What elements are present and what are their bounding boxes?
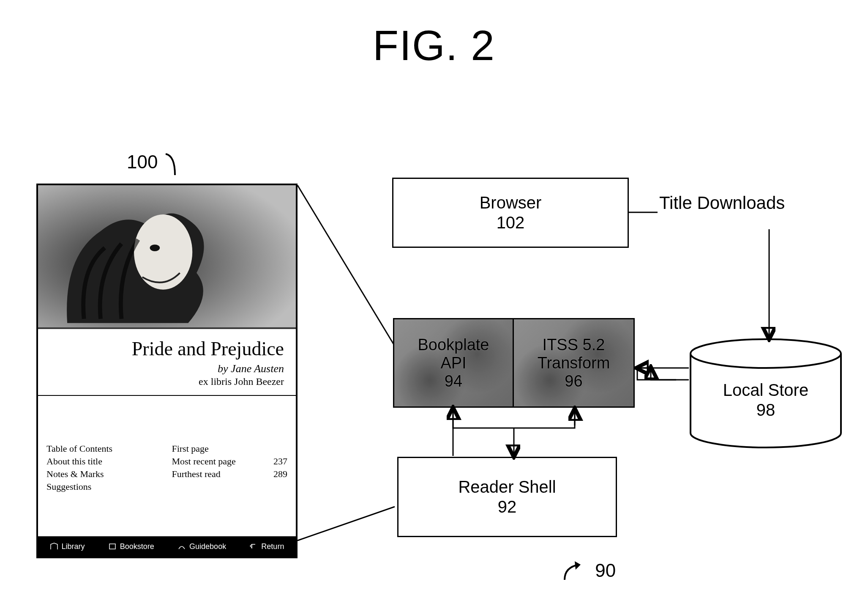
link-furthest-label: Furthest read bbox=[172, 469, 220, 480]
figure-2: FIG. 2 100 Pride bbox=[0, 0, 868, 590]
nav-library[interactable]: Library bbox=[50, 542, 85, 551]
guidebook-icon bbox=[177, 543, 186, 550]
svg-line-5 bbox=[298, 185, 395, 346]
bookplate-nav: Library Bookstore Guidebook Return bbox=[38, 536, 296, 557]
bookplate: Pride and Prejudice by Jane Austen ex li… bbox=[36, 184, 298, 558]
nav-bookstore-label: Bookstore bbox=[120, 542, 154, 551]
reader-shell-box: Reader Shell 92 bbox=[397, 457, 617, 537]
nav-guidebook[interactable]: Guidebook bbox=[177, 542, 226, 551]
link-most-recent-label: Most recent page bbox=[172, 456, 236, 467]
bookplate-api-ref: 94 bbox=[445, 372, 462, 390]
title-downloads-label: Title Downloads bbox=[659, 193, 785, 213]
library-icon bbox=[50, 543, 58, 550]
svg-rect-4 bbox=[109, 544, 115, 549]
link-furthest[interactable]: Furthest read 289 bbox=[172, 468, 287, 480]
bookplate-title: Pride and Prejudice bbox=[38, 329, 296, 362]
nav-library-label: Library bbox=[62, 542, 85, 551]
local-store-label: Local Store bbox=[723, 381, 808, 399]
svg-point-3 bbox=[150, 244, 160, 251]
link-most-recent[interactable]: Most recent page 237 bbox=[172, 455, 287, 468]
itss-transform-ref: 96 bbox=[565, 372, 582, 390]
local-store-ref: 98 bbox=[689, 401, 843, 420]
bookplate-exlibris: ex libris John Beezer bbox=[38, 376, 296, 395]
bookplate-ref-label: 100 bbox=[127, 151, 183, 177]
reader-shell-label: Reader Shell bbox=[458, 477, 556, 497]
bookplate-connector: line{stroke:#000;stroke-width:3} bbox=[298, 185, 407, 563]
link-most-recent-number: 237 bbox=[273, 456, 287, 467]
local-store-cylinder: Local Store 98 bbox=[689, 338, 843, 448]
local-store-label-block: Local Store 98 bbox=[689, 381, 843, 420]
browser-box: Browser 102 bbox=[392, 178, 629, 248]
link-furthest-number: 289 bbox=[273, 469, 287, 480]
browser-ref: 102 bbox=[497, 213, 525, 232]
system-ref-number: 90 bbox=[595, 560, 616, 581]
figure-title: FIG. 2 bbox=[0, 21, 868, 70]
bookplate-ref-number: 100 bbox=[127, 151, 158, 172]
itss-transform-module: ITSS 5.2 Transform 96 bbox=[514, 318, 635, 408]
nav-guidebook-label: Guidebook bbox=[189, 542, 226, 551]
link-notes-marks[interactable]: Notes & Marks bbox=[46, 468, 172, 480]
svg-point-7 bbox=[691, 339, 841, 368]
bookplate-cover-image bbox=[38, 185, 296, 329]
nav-bookstore[interactable]: Bookstore bbox=[108, 542, 154, 551]
bookplate-api-module: Bookplate API 94 bbox=[393, 318, 514, 408]
bookplate-api-line1: Bookplate bbox=[418, 336, 489, 354]
bookplate-api-line2: API bbox=[440, 354, 466, 372]
svg-point-2 bbox=[134, 214, 192, 290]
bookplate-links-col1: Table of Contents About this title Notes… bbox=[46, 442, 172, 493]
itss-transform-line1: ITSS 5.2 bbox=[543, 336, 605, 354]
modules-row: Bookplate API 94 ITSS 5.2 Transform 96 bbox=[393, 318, 635, 408]
link-first-page[interactable]: First page bbox=[172, 442, 287, 455]
browser-label: Browser bbox=[480, 193, 542, 212]
reader-shell-ref: 92 bbox=[498, 497, 517, 516]
link-about[interactable]: About this title bbox=[46, 455, 172, 468]
nav-return-label: Return bbox=[261, 542, 284, 551]
bookstore-icon bbox=[108, 543, 117, 550]
link-first-page-label: First page bbox=[172, 443, 208, 454]
bookplate-links: Table of Contents About this title Notes… bbox=[38, 396, 296, 498]
bookplate-author: by Jane Austen bbox=[38, 362, 296, 376]
bookplate-links-col2: First page Most recent page 237 Furthest… bbox=[172, 442, 287, 493]
itss-transform-line2: Transform bbox=[538, 354, 610, 372]
nav-return[interactable]: Return bbox=[249, 542, 284, 551]
link-toc[interactable]: Table of Contents bbox=[46, 442, 172, 455]
link-suggestions[interactable]: Suggestions bbox=[46, 480, 172, 493]
svg-line-6 bbox=[298, 507, 395, 541]
system-ref: 90 bbox=[562, 560, 616, 582]
return-icon bbox=[249, 543, 258, 550]
